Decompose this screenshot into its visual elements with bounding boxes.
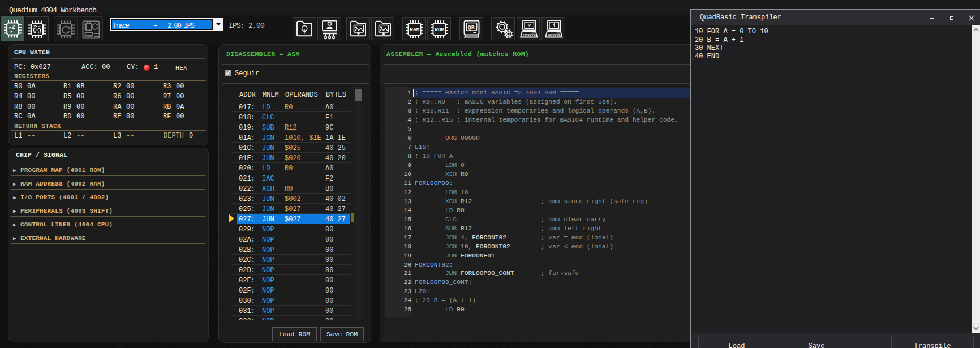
svg-text:i: i [553,23,556,29]
svg-text:QB: QB [468,24,475,31]
svg-text:ROM: ROM [435,27,444,33]
svg-text:RAM: RAM [410,27,419,33]
svg-text:?: ? [527,23,531,29]
svg-text:z: z [10,30,13,35]
